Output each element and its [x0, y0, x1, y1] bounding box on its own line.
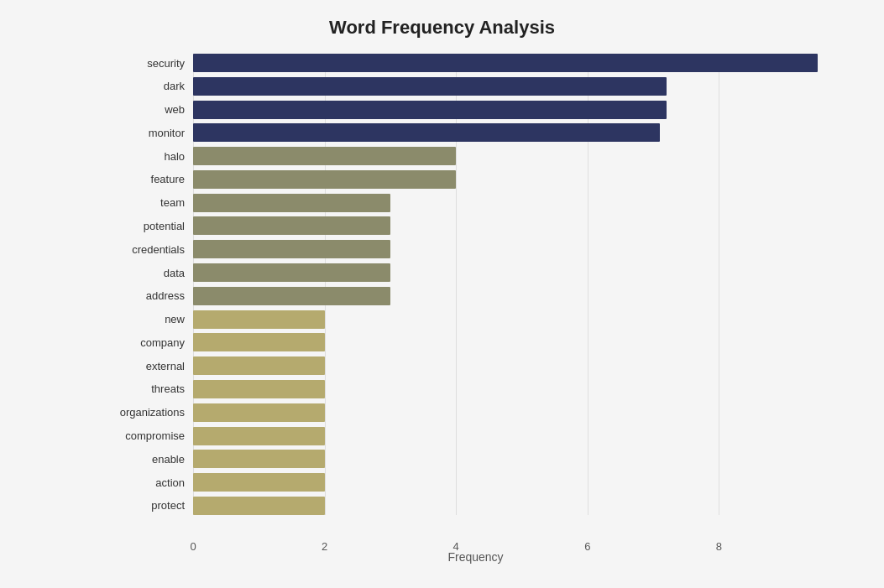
bar-fill [193, 216, 390, 235]
bar-fill [193, 450, 325, 468]
bar-row: enable [101, 450, 850, 468]
bar-track [193, 497, 850, 515]
bar-label: halo [101, 150, 193, 163]
bar-track [193, 123, 850, 142]
bar-label: dark [101, 80, 193, 92]
bar-fill [193, 170, 456, 189]
bar-track [193, 403, 850, 422]
bar-label: data [101, 267, 193, 279]
bar-row: team [101, 194, 850, 212]
bar-row: data [101, 263, 850, 282]
bar-row: organizations [101, 403, 850, 422]
bar-track [193, 333, 850, 351]
bar-label: security [101, 57, 193, 70]
x-axis-title: Frequency [101, 550, 850, 564]
bar-row: action [101, 473, 850, 492]
bars-wrapper: securitydarkwebmonitorhalofeatureteampot… [101, 54, 850, 515]
chart-area: securitydarkwebmonitorhalofeatureteampot… [101, 54, 850, 549]
bar-track [193, 54, 850, 72]
bar-label: address [101, 289, 193, 302]
bar-row: potential [101, 216, 850, 235]
bar-track [193, 147, 850, 165]
bar-label: compromise [101, 429, 193, 442]
bar-label: protect [101, 499, 193, 512]
bar-row: new [101, 310, 850, 329]
bar-fill [193, 497, 325, 515]
bar-label: feature [101, 173, 193, 185]
bar-fill [193, 263, 390, 282]
bar-row: address [101, 287, 850, 305]
bar-label: action [101, 476, 193, 489]
bar-track [193, 263, 850, 282]
bar-row: compromise [101, 427, 850, 445]
bar-label: threats [101, 382, 193, 395]
bar-fill [193, 77, 667, 96]
bar-track [193, 473, 850, 492]
bar-fill [193, 147, 456, 165]
bar-row: feature [101, 170, 850, 189]
bar-label: monitor [101, 127, 193, 139]
bar-label: external [101, 360, 193, 372]
bar-track [193, 380, 850, 398]
chart-title: Word Frequency Analysis [34, 17, 850, 39]
bar-track [193, 240, 850, 258]
bar-label: team [101, 196, 193, 209]
bar-row: protect [101, 497, 850, 515]
bar-track [193, 77, 850, 96]
bar-fill [193, 403, 325, 422]
bar-track [193, 310, 850, 329]
bar-row: halo [101, 147, 850, 165]
bar-label: enable [101, 453, 193, 466]
bar-fill [193, 427, 325, 445]
bar-fill [193, 473, 325, 492]
bar-fill [193, 54, 818, 72]
bar-row: threats [101, 380, 850, 398]
bar-fill [193, 123, 660, 142]
bar-label: new [101, 313, 193, 325]
bar-row: company [101, 333, 850, 351]
bar-fill [193, 380, 325, 398]
bar-row: credentials [101, 240, 850, 258]
bar-row: security [101, 54, 850, 72]
bar-row: monitor [101, 123, 850, 142]
bar-track [193, 450, 850, 468]
bar-label: credentials [101, 243, 193, 256]
bar-track [193, 216, 850, 235]
chart-container: Word Frequency Analysis securitydarkwebm… [0, 0, 884, 588]
bar-label: web [101, 103, 193, 116]
bar-fill [193, 356, 325, 375]
bar-track [193, 194, 850, 212]
bar-label: potential [101, 220, 193, 232]
bar-track [193, 287, 850, 305]
bar-fill [193, 310, 325, 329]
bar-track [193, 170, 850, 189]
bar-row: web [101, 101, 850, 119]
bar-fill [193, 333, 325, 351]
bar-label: company [101, 336, 193, 349]
bar-track [193, 427, 850, 445]
bar-fill [193, 287, 390, 305]
bar-fill [193, 101, 667, 119]
bar-track [193, 101, 850, 119]
bar-track [193, 356, 850, 375]
bar-label: organizations [101, 406, 193, 419]
bar-fill [193, 240, 390, 258]
bar-fill [193, 194, 390, 212]
bar-row: external [101, 356, 850, 375]
bar-row: dark [101, 77, 850, 96]
